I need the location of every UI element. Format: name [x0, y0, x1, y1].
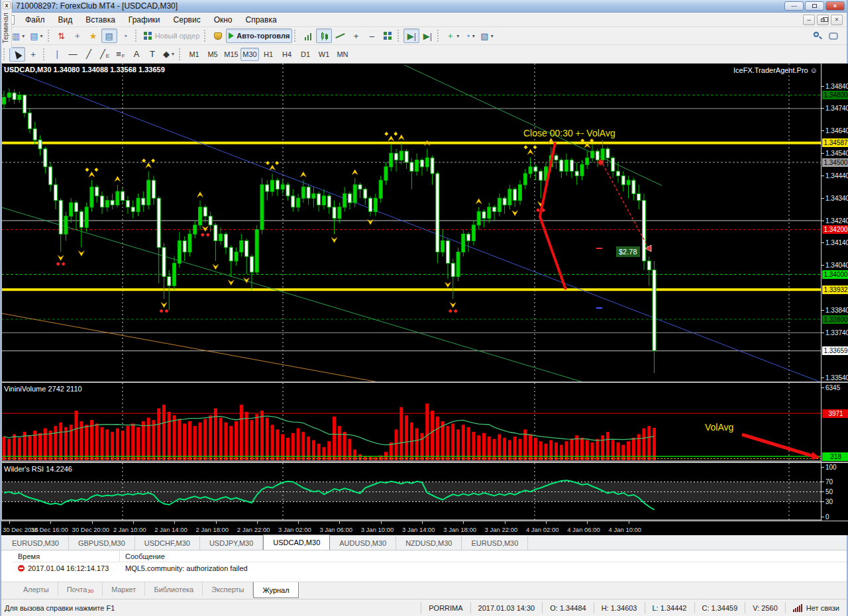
- zoom-out-icon[interactable]: –: [364, 28, 380, 43]
- terminal-tab-алерты[interactable]: Алерты: [15, 582, 58, 596]
- shapes-tool[interactable]: ◆▾: [160, 47, 177, 62]
- log-message: MQL5.community: authorization failed: [120, 564, 248, 572]
- chart-tab-eurusd-m30[interactable]: EURUSD,M30: [3, 537, 69, 550]
- child-restore-button[interactable]: [817, 15, 829, 25]
- timeframe-w1[interactable]: W1: [315, 48, 333, 61]
- price-level-badge: 1.33932: [822, 285, 848, 294]
- chat-icon[interactable]: [825, 28, 841, 43]
- timeframe-m15[interactable]: M15: [222, 48, 240, 61]
- time-label: 30 Dec 16:00: [30, 526, 68, 533]
- status-segment-3: H: 1.34603: [594, 602, 645, 614]
- crosshair-tool[interactable]: ＋: [25, 47, 41, 62]
- new-order-button[interactable]: Новый ордер: [141, 28, 203, 43]
- funds-icon[interactable]: [210, 28, 226, 43]
- chart-tab-audusd-m30[interactable]: AUDUSD,M30: [330, 537, 396, 550]
- chart-tab-nzdusd-m30[interactable]: NZDUSD,M30: [396, 537, 462, 550]
- terminal-close-icon[interactable]: x: [3, 1, 11, 9]
- menu-item-service[interactable]: Сервис: [167, 14, 207, 26]
- search-icon[interactable]: [810, 28, 825, 43]
- trendline-tool[interactable]: ╱: [81, 47, 97, 62]
- column-time[interactable]: Время: [13, 550, 120, 562]
- data-window-icon[interactable]: ＋: [70, 28, 85, 43]
- rsi-indicator-panel[interactable]: Wilder's RSI 14.2246 1007050300: [1, 462, 848, 521]
- connection-status: Нет связи: [785, 602, 847, 614]
- menu-item-charts[interactable]: Графики: [122, 14, 167, 26]
- terminal-tab-журнал[interactable]: Журнал: [253, 582, 298, 598]
- time-label: 4 Jan 06:00: [567, 526, 600, 533]
- child-minimize-button[interactable]: –: [803, 15, 815, 25]
- expert-watermark: IceFX.TraderAgent.Pro ☺: [733, 66, 818, 74]
- horizontal-line-tool[interactable]: ―: [65, 47, 81, 62]
- menu-item-file[interactable]: Файл: [19, 14, 52, 26]
- close-button[interactable]: ×: [825, 1, 845, 11]
- strategy-tester-icon[interactable]: ◔: [117, 28, 133, 43]
- price-chart-panel[interactable]: Close 00:30 +- VolAvg$2.78USDCAD,M30 1.3…: [1, 64, 848, 382]
- terminal-panel-icon[interactable]: ▤: [101, 28, 117, 43]
- rsi-line-chart[interactable]: Wilder's RSI 14.2246: [1, 463, 821, 521]
- volume-histogram[interactable]: VininiVolume 2742 2110VolAvg: [1, 383, 821, 462]
- log-row[interactable]: 2017.01.04 16:12:14.173 MQL5.community: …: [13, 562, 847, 574]
- bar-chart-icon[interactable]: [300, 28, 316, 43]
- column-message[interactable]: Сообщение: [120, 552, 165, 560]
- volume-indicator-panel[interactable]: VininiVolume 2742 2110VolAvg 63453971318: [1, 382, 848, 462]
- timeframe-m30[interactable]: M30: [240, 48, 259, 61]
- label-tool[interactable]: T: [144, 47, 160, 62]
- tile-windows-icon[interactable]: [380, 28, 396, 43]
- market-watch-icon[interactable]: ⇅: [54, 28, 70, 43]
- no-connection-icon: [793, 603, 802, 612]
- price-tick: 1.34740: [822, 104, 848, 113]
- time-label: 3 Jan 14:00: [402, 526, 435, 533]
- chart-info-line: USDCAD,M30 1.34080 1.34088 1.33568 1.336…: [4, 66, 165, 74]
- autotrade-button[interactable]: Авто-торговля: [226, 28, 292, 43]
- timeframe-m1[interactable]: M1: [185, 48, 203, 61]
- navigator-icon[interactable]: ★: [85, 28, 101, 43]
- time-tick: [50, 521, 51, 524]
- indicators-icon[interactable]: ＋▾: [443, 28, 462, 43]
- new-chart-icon[interactable]: ▥▾: [9, 28, 27, 43]
- channel-tool[interactable]: ╱E: [97, 47, 113, 62]
- child-close-button[interactable]: ×: [831, 15, 843, 25]
- chart-tab-usdcad-m30[interactable]: USDCAD,M30: [263, 535, 330, 550]
- menu-item-insert[interactable]: Вставка: [79, 14, 122, 26]
- chart-tab-usdchf-m30[interactable]: USDCHF,M30: [135, 537, 200, 550]
- time-label: 30 Dec 20:00: [72, 526, 110, 533]
- chart-tab-eurusd-m30[interactable]: EURUSD,M30: [462, 537, 528, 550]
- time-label: 3 Jan 22:00: [485, 526, 518, 533]
- candle-chart-icon[interactable]: [316, 28, 332, 43]
- line-chart-icon[interactable]: [332, 28, 348, 43]
- menu-item-view[interactable]: Вид: [52, 14, 80, 26]
- periods-icon[interactable]: ◔▾: [462, 28, 478, 43]
- text-tool[interactable]: A: [129, 47, 144, 62]
- chart-shift-icon[interactable]: ▶|: [419, 28, 435, 43]
- terminal-tab-маркет[interactable]: Маркет: [103, 582, 145, 596]
- chart-tab-gbpusd-m30[interactable]: GBPUSD,M30: [69, 537, 135, 550]
- volume-indicator-label: VininiVolume 2742 2110: [4, 385, 82, 393]
- chart-tab-usdjpy-m30[interactable]: USDJPY,M30: [200, 537, 263, 550]
- profiles-icon[interactable]: ▤▾: [27, 28, 45, 43]
- time-label: 3 Jan 06:00: [319, 526, 352, 533]
- time-axis[interactable]: 30 Dec 201630 Dec 16:0030 Dec 20:002 Jan…: [1, 521, 848, 535]
- price-scale[interactable]: 1.348401.347401.346401.345401.344401.343…: [821, 64, 848, 382]
- title-bar[interactable]: ≈ 710008297: ForexClub MT4 - [USDCAD,M30…: [1, 0, 847, 13]
- zoom-in-icon[interactable]: +: [348, 28, 364, 43]
- terminal-tab-эксперты[interactable]: Эксперты: [203, 582, 253, 596]
- candlestick-chart[interactable]: Close 00:30 +- VolAvg$2.78USDCAD,M30 1.3…: [1, 64, 821, 382]
- timeframe-d1[interactable]: D1: [296, 48, 315, 61]
- menu-item-window[interactable]: Окно: [207, 14, 239, 26]
- vertical-line-tool[interactable]: ｜: [49, 47, 65, 62]
- auto-scroll-icon[interactable]: ▶|: [403, 28, 419, 43]
- restore-button[interactable]: [805, 1, 824, 11]
- templates-icon[interactable]: ▧▾: [478, 28, 496, 43]
- timeframe-m5[interactable]: M5: [203, 48, 222, 61]
- fibonacci-tool[interactable]: ≡F: [113, 47, 129, 62]
- timeframe-h1[interactable]: H1: [259, 48, 278, 61]
- minimize-button[interactable]: —: [784, 1, 804, 11]
- terminal-tab-почта[interactable]: Почта30: [58, 582, 103, 596]
- timeframe-h4[interactable]: H4: [278, 48, 296, 61]
- menu-item-help[interactable]: Справка: [239, 14, 284, 26]
- timeframe-mn[interactable]: MN: [333, 48, 352, 61]
- time-tick: [381, 521, 382, 524]
- terminal-tab-библиотека[interactable]: Библиотека: [145, 582, 203, 596]
- cursor-tool[interactable]: [9, 47, 25, 62]
- toolbar-grip: [135, 30, 138, 42]
